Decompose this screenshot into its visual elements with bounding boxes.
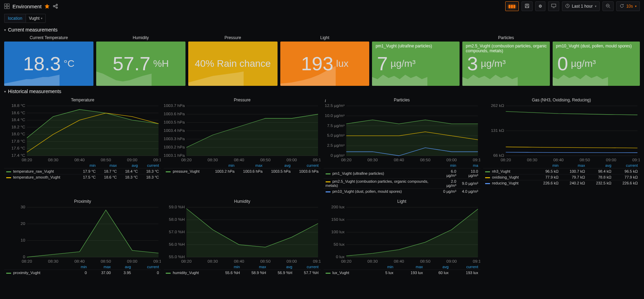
plot-area[interactable]: 17.4 °C17.6 °C17.8 °C18.0 °C18.2 °C18.4 …	[4, 104, 161, 163]
legend-row[interactable]: lux_Vught5 lux193 lux60 lux193 lux	[324, 270, 480, 276]
panel-pressure[interactable]: Pressure1003.1 hPa1003.2 hPa1003.3 hPa10…	[164, 97, 320, 194]
share-icon[interactable]	[53, 3, 58, 9]
refresh-icon	[619, 3, 624, 9]
plot-area[interactable]: 010203008:2008:3008:4008:5009:0009:10	[4, 205, 161, 264]
info-icon[interactable]: i	[325, 98, 326, 103]
top-nav: Environment ▮▮▮ ⚙ Last 1 hour ▾ 10s ▾	[0, 0, 644, 12]
stat-value: 3	[467, 54, 478, 73]
svg-text:08:50: 08:50	[101, 158, 111, 162]
legend: minmaxavgcurrentnh3_Vught96.5 kΩ100.7 kΩ…	[483, 163, 640, 186]
star-icon[interactable]	[44, 3, 50, 9]
legend: minmaxavgcurrenttemperature_raw_Vught17.…	[4, 163, 161, 180]
stat-temperature[interactable]: 18.3°C	[4, 42, 93, 86]
svg-text:17.4 °C: 17.4 °C	[11, 154, 25, 157]
svg-text:1003.1 hPa: 1003.1 hPa	[164, 154, 185, 157]
panel-proximity[interactable]: Proximity010203008:2008:3008:4008:5009:0…	[4, 198, 161, 275]
stat-light[interactable]: 193lux	[280, 42, 370, 86]
refresh-button[interactable]: 10s ▾	[616, 1, 640, 11]
panel-title: Pressure	[164, 98, 320, 102]
svg-text:0 µg/m³: 0 µg/m³	[330, 154, 345, 157]
legend-row[interactable]: proximity_Vught037.003.950	[4, 270, 161, 276]
svg-text:18.8 °C: 18.8 °C	[11, 104, 25, 108]
panel-title: Temperature	[4, 98, 161, 102]
svg-text:08:30: 08:30	[208, 260, 218, 263]
stat-particle[interactable]: pm10_Vught (dust, pollen, mould spores) …	[553, 42, 640, 86]
tv-mode-button[interactable]	[548, 1, 559, 11]
legend-row[interactable]: temperature_smooth_Vught17.5 °C18.6 °C18…	[4, 174, 161, 180]
variable-select[interactable]: Vught ▾	[26, 14, 46, 23]
svg-text:08:20: 08:20	[181, 260, 192, 263]
add-panel-button[interactable]: ▮▮▮	[505, 1, 519, 11]
panel-title: Humidity	[164, 199, 320, 204]
stat-value: 18.3	[23, 54, 61, 73]
legend-row[interactable]: temperature_raw_Vught17.9 °C18.7 °C18.4 …	[4, 169, 161, 174]
stat-row: Current Temperature 18.3°C Humidity 57.7…	[0, 33, 644, 88]
panel-gas[interactable]: Gas (NH3, Oxidising, Reducing)66 kΩ131 k…	[483, 97, 640, 194]
legend-row[interactable]: nh3_Vught96.5 kΩ100.7 kΩ98.4 kΩ96.5 kΩ	[483, 169, 640, 174]
panel-title: Proximity	[4, 199, 161, 204]
dashboard-icon[interactable]	[4, 3, 10, 9]
page-title[interactable]: Environment	[12, 3, 42, 9]
stat-value: 7	[377, 54, 388, 73]
save-button[interactable]	[521, 1, 533, 11]
svg-text:262 kΩ: 262 kΩ	[491, 104, 504, 108]
panel-humidity-ts[interactable]: Humidity55.0 %H56.0 %H57.0 %H58.0 %H59.0…	[164, 198, 320, 275]
svg-text:100 lux: 100 lux	[331, 230, 345, 234]
plot-area[interactable]: 66 kΩ131 kΩ262 kΩ08:2008:3008:4008:5009:…	[483, 104, 640, 163]
stat-humidity[interactable]: 57.7%H	[96, 42, 185, 86]
panel-particles[interactable]: iParticles0 µg/m³2.5 µg/m³5.0 µg/m³7.5 µ…	[324, 97, 480, 194]
stat-particle[interactable]: pm1_Vught (ultrafine particles) 7µg/m³	[372, 42, 460, 86]
svg-text:57.0 %H: 57.0 %H	[169, 230, 185, 234]
svg-point-4	[53, 6, 55, 7]
legend-row[interactable]: pm1_Vught (ultrafine particles)6.0 µg/m³…	[324, 169, 480, 179]
clock-icon	[565, 3, 570, 9]
svg-text:18.0 °C: 18.0 °C	[11, 132, 25, 136]
svg-text:18.2 °C: 18.2 °C	[11, 125, 25, 129]
row-title: Current measurements	[8, 27, 57, 33]
legend-row[interactable]: reducing_Vught226.6 kΩ240.2 kΩ232.5 kΩ22…	[483, 180, 640, 186]
svg-text:17.6 °C: 17.6 °C	[11, 146, 25, 150]
settings-button[interactable]: ⚙	[535, 1, 545, 11]
svg-text:55.0 %H: 55.0 %H	[169, 255, 185, 259]
legend: minmaxavgcurrentpressure_Vught1003.2 hPa…	[164, 163, 320, 174]
stat-value: 193	[301, 54, 333, 73]
panel-light-ts[interactable]: Light0 lux50 lux100 lux150 lux200 lux08:…	[324, 198, 480, 275]
save-icon	[525, 3, 529, 9]
panel-title: Light	[280, 35, 370, 40]
svg-point-5	[56, 4, 57, 6]
svg-text:08:40: 08:40	[393, 158, 404, 162]
legend-row[interactable]: pm10_Vught (dust, pollen, mould spores)0…	[324, 189, 480, 194]
stat-pressure[interactable]: 40% Rain chance	[188, 42, 278, 86]
chevron-down-icon: ▾	[4, 90, 6, 93]
legend-row[interactable]: oxidising_Vught77.9 kΩ79.7 kΩ78.8 kΩ77.9…	[483, 174, 640, 180]
svg-text:50 lux: 50 lux	[334, 243, 345, 246]
legend-row[interactable]: humidity_Vught55.6 %H58.9 %H56.9 %H57.7 …	[164, 270, 320, 276]
svg-text:1003.5 hPa: 1003.5 hPa	[164, 120, 185, 124]
svg-text:08:20: 08:20	[341, 158, 351, 162]
plot-area[interactable]: 0 µg/m³2.5 µg/m³5.0 µg/m³7.5 µg/m³10.0 µ…	[324, 104, 480, 163]
stat-particle[interactable]: pm2.5_Vught (combustion particles, organ…	[462, 42, 550, 86]
svg-text:08:30: 08:30	[48, 260, 58, 263]
svg-text:09:10: 09:10	[153, 158, 161, 162]
legend-row[interactable]: pm2.5_Vught (combustion particles, organ…	[324, 179, 480, 189]
monitor-icon	[551, 3, 556, 9]
panel-temperature[interactable]: Temperature17.4 °C17.6 °C17.8 °C18.0 °C1…	[4, 97, 161, 194]
plot-area[interactable]: 1003.1 hPa1003.2 hPa1003.3 hPa1003.4 hPa…	[164, 104, 320, 163]
chevron-down-icon: ▾	[4, 28, 6, 32]
time-range-button[interactable]: Last 1 hour ▾	[562, 1, 600, 11]
svg-text:150 lux: 150 lux	[331, 218, 345, 221]
stat-value: 0	[557, 54, 568, 73]
row-header-current[interactable]: ▾ Current measurements	[0, 26, 644, 33]
zoom-out-button[interactable]	[602, 1, 614, 11]
legend-row[interactable]: pressure_Vught1003.2 hPa1003.6 hPa1003.5…	[164, 169, 320, 174]
stat-unit: °C	[64, 58, 74, 69]
plot-area[interactable]: 0 lux50 lux100 lux150 lux200 lux08:2008:…	[324, 205, 480, 264]
gear-icon: ⚙	[538, 4, 542, 9]
svg-text:09:10: 09:10	[473, 158, 480, 162]
plot-area[interactable]: 55.0 %H56.0 %H57.0 %H58.0 %H59.0 %H08:20…	[164, 205, 320, 264]
svg-text:09:00: 09:00	[446, 260, 457, 263]
row-header-historical[interactable]: ▾ Historical measurements	[0, 88, 644, 95]
svg-text:58.0 %H: 58.0 %H	[169, 218, 185, 221]
svg-text:66 kΩ: 66 kΩ	[493, 154, 504, 157]
svg-text:1003.2 hPa: 1003.2 hPa	[164, 145, 185, 149]
